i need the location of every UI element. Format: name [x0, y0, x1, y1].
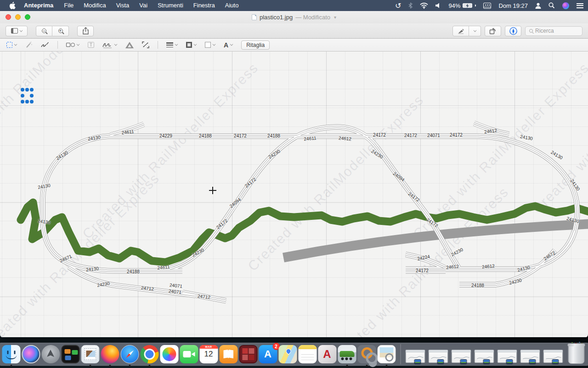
siri-icon[interactable] — [562, 2, 569, 9]
dock-railmodeller[interactable] — [338, 345, 356, 363]
menu-item-finestra[interactable]: Finestra — [188, 0, 220, 11]
shape-style-button[interactable] — [166, 42, 178, 48]
selection-tool-button[interactable] — [6, 42, 17, 48]
dock-autocad[interactable]: A — [318, 345, 337, 363]
window-title-group[interactable]: plastico1.jpg — Modificato ▾ — [252, 14, 336, 21]
dock-books[interactable] — [219, 345, 238, 363]
instant-alpha-button[interactable] — [25, 41, 33, 48]
dock-minimized-window[interactable] — [520, 350, 540, 363]
apple-menu-icon[interactable] — [9, 2, 16, 9]
dock-firefox[interactable] — [101, 345, 119, 363]
dock-calendar[interactable]: MAR12 — [199, 345, 218, 363]
close-button[interactable] — [6, 14, 11, 20]
selection-handle[interactable] — [30, 100, 34, 104]
zoom-out-button[interactable]: – — [36, 26, 52, 36]
bluetooth-icon[interactable] — [408, 2, 413, 9]
dock-minimized-window[interactable] — [543, 350, 563, 363]
selection-handle[interactable] — [30, 94, 34, 98]
fill-color-button[interactable] — [205, 42, 215, 48]
wifi-icon[interactable] — [420, 3, 428, 9]
crop-button[interactable]: Ritaglia — [241, 40, 270, 50]
dock-notes[interactable] — [298, 345, 317, 363]
dock-keychain[interactable] — [357, 345, 376, 363]
mail-icon — [81, 345, 99, 363]
zoom-button[interactable] — [25, 14, 30, 20]
selection-handle[interactable] — [21, 88, 24, 92]
battery-nub — [475, 5, 476, 6]
time-machine-icon[interactable]: ↺ — [395, 1, 401, 10]
dock-launchpad[interactable] — [41, 345, 60, 363]
dock-minimized-window[interactable] — [452, 350, 471, 363]
dock-photos[interactable] — [160, 345, 179, 363]
adjust-color-button[interactable] — [125, 42, 134, 48]
track-part-label: 24612 — [339, 135, 352, 141]
track-part-label: 24172 — [450, 132, 463, 138]
input-source-icon[interactable] — [483, 3, 491, 9]
volume-icon[interactable] — [435, 3, 441, 8]
menu-item-vista[interactable]: Vista — [111, 0, 135, 11]
dock-facetime[interactable] — [180, 345, 198, 363]
dock-preview[interactable] — [377, 345, 396, 363]
dock-minimized-window[interactable] — [475, 350, 494, 363]
dock-separator — [401, 344, 401, 364]
adjust-size-button[interactable] — [142, 41, 149, 48]
menu-clock[interactable]: Dom 19:27 — [498, 2, 528, 9]
markup-toolbar-toggle-button[interactable] — [505, 26, 521, 36]
menu-item-vai[interactable]: Vai — [134, 0, 153, 11]
menu-app-name[interactable]: Anteprima — [24, 0, 59, 11]
sketch-tool-button[interactable] — [41, 41, 49, 48]
chevron-down-icon — [175, 43, 178, 46]
highlight-button[interactable] — [452, 26, 469, 36]
running-indicator — [385, 365, 387, 367]
menu-item-modifica[interactable]: Modifica — [79, 0, 111, 11]
title-chevron-icon[interactable]: ▾ — [334, 15, 336, 20]
minimize-button[interactable] — [15, 14, 21, 20]
menu-item-aiuto[interactable]: Aiuto — [220, 0, 244, 11]
dock-siri[interactable] — [22, 345, 40, 363]
dock-maps[interactable] — [278, 345, 297, 363]
dock-chrome[interactable] — [140, 345, 159, 363]
menu-item-strumenti[interactable]: Strumenti — [153, 0, 188, 11]
dock-safari[interactable] — [120, 345, 139, 363]
text-style-button[interactable]: A — [224, 41, 233, 49]
dock-mail[interactable] — [81, 345, 100, 363]
document-proxy-icon[interactable] — [252, 14, 257, 20]
dock-minimized-window[interactable] — [429, 350, 448, 363]
dock-minimized-window[interactable] — [498, 350, 517, 363]
shapes-icon — [66, 43, 70, 47]
sign-button[interactable] — [102, 42, 117, 48]
title-bar[interactable]: plastico1.jpg — Modificato ▾ — [0, 11, 588, 23]
dock-finder[interactable] — [2, 345, 21, 363]
track-part-label: 24188 — [267, 133, 280, 138]
selection-icon — [6, 42, 12, 48]
selection-handle[interactable] — [21, 100, 24, 104]
selection-handle[interactable] — [30, 88, 34, 92]
view-menu-button[interactable] — [6, 26, 28, 36]
notification-center-icon[interactable] — [577, 3, 583, 8]
selection-handle[interactable] — [25, 88, 29, 92]
track-part-label: 24188 — [199, 133, 212, 138]
text-box-button[interactable]: T — [88, 42, 94, 48]
border-color-button[interactable] — [186, 42, 197, 48]
selection-handle[interactable] — [21, 94, 24, 98]
shapes-circle-icon — [71, 43, 75, 47]
document-canvas[interactable]: Created with RailModeller ExpressCreated… — [0, 52, 588, 337]
dock-mission[interactable] — [61, 345, 80, 363]
zoom-in-button[interactable]: + — [52, 26, 69, 36]
track-part-label: 24071 — [427, 133, 440, 138]
highlight-menu-button[interactable] — [469, 26, 481, 36]
dock-minimized-window[interactable] — [406, 350, 425, 363]
spotlight-icon[interactable] — [548, 2, 555, 9]
shapes-tool-button[interactable] — [66, 43, 79, 47]
search-placeholder: Ricerca — [535, 28, 554, 34]
dock-photobooth[interactable] — [239, 345, 258, 363]
search-input[interactable]: Ricerca — [525, 26, 582, 36]
rotate-button[interactable] — [485, 26, 501, 36]
user-icon[interactable] — [535, 3, 541, 9]
share-button[interactable] — [77, 26, 94, 36]
menu-item-file[interactable]: File — [59, 0, 79, 11]
dock-appstore[interactable]: A2 — [259, 345, 277, 363]
dock-trash[interactable] — [566, 345, 587, 364]
selection-handle[interactable] — [25, 100, 29, 104]
battery-indicator[interactable]: 94% — [448, 2, 476, 9]
